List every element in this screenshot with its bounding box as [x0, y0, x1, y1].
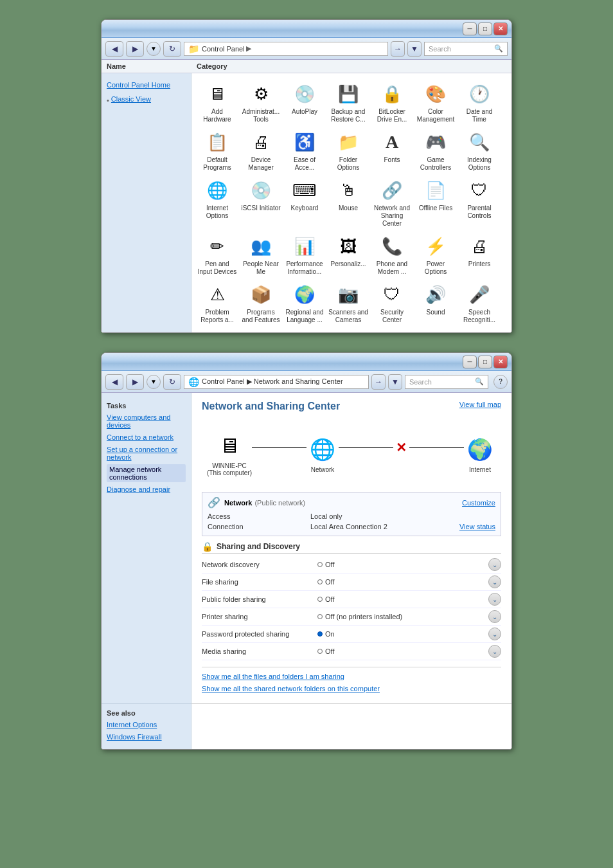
search-box-2[interactable]: Search 🔍 — [405, 375, 488, 389]
close-button-2[interactable]: ✕ — [493, 356, 508, 368]
printer-sharing-value: Off (no printers installed) — [317, 613, 488, 620]
footer-link-folders[interactable]: Show me all the shared network folders o… — [202, 683, 501, 694]
password-sharing-expand[interactable]: ⌄ — [488, 628, 501, 640]
sidebar-cp-home[interactable]: Control Panel Home — [107, 80, 186, 90]
network-name: Network — [224, 499, 252, 507]
forward-button-1[interactable]: ▶ — [126, 41, 144, 57]
cp-item-fonts[interactable]: A Fonts — [370, 127, 414, 175]
cp-item-regional[interactable]: 🌍 Regional and Language ... — [283, 279, 326, 327]
sidebar-2: Tasks View computers and devices Connect… — [102, 393, 191, 703]
minimize-button-1[interactable]: ─ — [463, 23, 477, 35]
minimize-button-2[interactable]: ─ — [463, 356, 477, 368]
cp-item-mouse[interactable]: 🖱 Mouse — [326, 175, 370, 231]
media-sharing-expand[interactable]: ⌄ — [488, 645, 501, 658]
footer-link-files[interactable]: Show me all the files and folders I am s… — [202, 671, 501, 682]
cp-item-iscsi[interactable]: 💿 iSCSI Initiator — [239, 175, 283, 231]
cp-item-people-near-me[interactable]: 👥 People Near Me — [239, 231, 283, 279]
cp-item-power[interactable]: ⚡ Power Options — [414, 231, 458, 279]
cp-item-keyboard[interactable]: ⌨ Keyboard — [283, 175, 326, 231]
fonts-label: Fonts — [384, 156, 400, 164]
close-button-1[interactable]: ✕ — [493, 23, 508, 35]
game-controllers-icon: 🎮 — [423, 130, 448, 154]
address-dropdown-button-2[interactable]: ▼ — [388, 374, 402, 390]
cp-item-default-programs[interactable]: 📋 Default Programs — [195, 127, 239, 175]
cp-item-add-hardware[interactable]: 🖥 Add Hardware — [195, 78, 239, 127]
address-dropdown-button[interactable]: ▼ — [407, 41, 422, 57]
search-placeholder-2: Search — [409, 378, 432, 386]
personalization-icon: 🖼 — [336, 234, 360, 258]
folder-options-label: Folder Options — [328, 156, 368, 172]
cp-item-sound[interactable]: 🔊 Sound — [414, 279, 458, 327]
address-path-1[interactable]: 📁 Control Panel ▶ — [184, 42, 388, 56]
speech-label: Speech Recogniti... — [459, 309, 499, 324]
cp-item-game-controllers[interactable]: 🎮 Game Controllers — [414, 127, 458, 175]
cp-item-performance[interactable]: 📊 Performance Informatio... — [283, 231, 326, 279]
cp-item-datetime[interactable]: 🕐 Date and Time — [458, 78, 501, 127]
cp-item-parental-controls[interactable]: 🛡 Parental Controls — [458, 175, 501, 231]
search-icon-1: 🔍 — [494, 44, 503, 53]
footer-links-section: Show me all the files and folders I am s… — [202, 667, 501, 694]
sidebar-1: Control Panel Home • Classic View — [102, 73, 191, 332]
file-sharing-expand[interactable]: ⌄ — [488, 575, 501, 588]
cp-item-network-sharing[interactable]: 🔗 Network and Sharing Center — [370, 175, 414, 231]
network-discovery-expand[interactable]: ⌄ — [488, 558, 501, 571]
sidebar-connect-network[interactable]: Connect to a network — [107, 432, 186, 442]
view-full-map-link[interactable]: View full map — [459, 401, 501, 408]
cp-item-offline-files[interactable]: 📄 Offline Files — [414, 175, 458, 231]
restore-button-2[interactable]: □ — [478, 356, 492, 368]
cp-item-pen[interactable]: ✏ Pen and Input Devices — [195, 231, 239, 279]
address-go-button-2[interactable]: → — [371, 374, 386, 390]
cp-item-personalization[interactable]: 🖼 Personaliz... — [326, 231, 370, 279]
cp-item-speech[interactable]: 🎤 Speech Recogniti... — [458, 279, 501, 327]
sidebar-classic-view[interactable]: Classic View — [111, 94, 151, 104]
address-path-2[interactable]: 🌐 Control Panel ▶ Network and Sharing Ce… — [184, 375, 369, 389]
cp-item-programs-features[interactable]: 📦 Programs and Features — [239, 279, 283, 327]
back-button-1[interactable]: ◀ — [105, 41, 123, 57]
sidebar-setup-connection[interactable]: Set up a connection or network — [107, 444, 186, 462]
cp-item-security-center[interactable]: 🛡 Security Center — [370, 279, 414, 327]
cp-item-bitlocker[interactable]: 🔒 BitLocker Drive En... — [370, 78, 414, 127]
cp-item-device-manager[interactable]: 🖨 Device Manager — [239, 127, 283, 175]
address-go-button[interactable]: → — [391, 41, 405, 57]
cp-item-autoplay[interactable]: 💿 AutoPlay — [283, 78, 326, 127]
cp-item-indexing[interactable]: 🔍 Indexing Options — [458, 127, 501, 175]
network-diagram: 🖥 WINNIE-PC(This computer) 🌐 Network ✕ 🌍… — [202, 426, 501, 482]
cp-item-backup[interactable]: 💾 Backup and Restore C... — [326, 78, 370, 127]
help-button-2[interactable]: ? — [493, 375, 508, 389]
file-sharing-label: File sharing — [202, 578, 317, 586]
printers-label: Printers — [468, 260, 490, 268]
back-button-2[interactable]: ◀ — [105, 374, 123, 390]
sidebar-view-computers[interactable]: View computers and devices — [107, 412, 186, 430]
sharing-section: 🔒 Sharing and Discovery Network discover… — [202, 541, 501, 660]
cp-item-folder-options[interactable]: 📁 Folder Options — [326, 127, 370, 175]
cp-item-scanners[interactable]: 📷 Scanners and Cameras — [326, 279, 370, 327]
cp-item-problem-reports[interactable]: ⚠ Problem Reports a... — [195, 279, 239, 327]
public-folder-expand[interactable]: ⌄ — [488, 593, 501, 606]
recent-pages-button[interactable]: ▼ — [147, 42, 161, 56]
see-also-windows-firewall[interactable]: Windows Firewall — [107, 732, 186, 742]
cp-item-internet-options[interactable]: 🌐 Internet Options — [195, 175, 239, 231]
cp-item-printers[interactable]: 🖨 Printers — [458, 231, 501, 279]
refresh-button-2[interactable]: ↻ — [163, 374, 181, 390]
recent-pages-button-2[interactable]: ▼ — [147, 375, 161, 389]
cp-item-phone-modem[interactable]: 📞 Phone and Modem ... — [370, 231, 414, 279]
refresh-button-1[interactable]: ↻ — [163, 41, 181, 57]
sharing-row-network-discovery: Network discovery Off ⌄ — [202, 556, 501, 574]
printer-sharing-expand[interactable]: ⌄ — [488, 610, 501, 623]
col-category-header: Category — [197, 62, 227, 70]
see-also-internet-options[interactable]: Internet Options — [107, 719, 186, 730]
search-box-1[interactable]: Search 🔍 — [424, 42, 508, 56]
indexing-label: Indexing Options — [459, 156, 499, 172]
parental-controls-label: Parental Controls — [459, 204, 499, 220]
customize-link[interactable]: Customize — [462, 499, 495, 507]
sidebar-diagnose[interactable]: Diagnose and repair — [107, 484, 186, 494]
restore-button-1[interactable]: □ — [478, 23, 492, 35]
cp-item-ease-of-access[interactable]: ♿ Ease of Acce... — [283, 127, 326, 175]
view-status-link[interactable]: View status — [459, 523, 495, 530]
forward-button-2[interactable]: ▶ — [126, 374, 144, 390]
public-folder-radio — [317, 597, 323, 602]
autoplay-label: AutoPlay — [292, 108, 317, 116]
sidebar-manage-connections[interactable]: Manage network connections — [107, 464, 186, 482]
cp-item-color[interactable]: 🎨 Color Management — [414, 78, 458, 127]
cp-item-admin-tools[interactable]: ⚙ Administrat... Tools — [239, 78, 283, 127]
